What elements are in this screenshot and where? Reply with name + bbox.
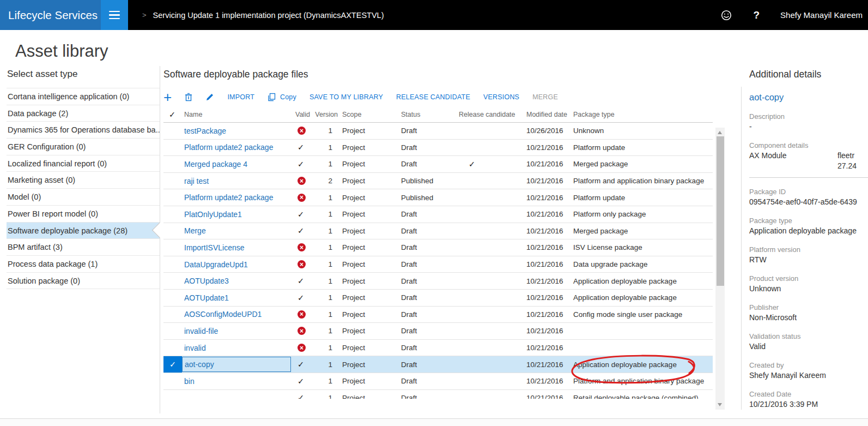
save-to-library-button[interactable]: SAVE TO MY LIBRARY (309, 93, 383, 101)
hamburger-menu-button[interactable] (101, 0, 128, 30)
invalid-icon: × (298, 310, 306, 319)
sidebar-item[interactable]: GER Configuration (0) (7, 139, 160, 155)
version-cell: 1 (315, 361, 338, 369)
trash-icon (185, 93, 192, 101)
col-valid[interactable]: Valid (291, 111, 315, 118)
sidebar-item[interactable]: Localized financial report (0) (7, 155, 160, 172)
sidebar-item[interactable]: BPM artifact (3) (7, 239, 160, 256)
breadcrumb-project[interactable]: Servicing Update 1 implementation projec… (153, 11, 384, 20)
invalid-icon: × (298, 243, 306, 251)
selected-asset-name[interactable]: aot-copy (749, 92, 868, 103)
package-name-cell: PlatOnlyUpdate1 (182, 207, 291, 221)
version-cell: 1 (315, 127, 338, 135)
detail-label: Validation status (749, 332, 868, 340)
edit-button[interactable] (205, 93, 214, 101)
row-checkbox[interactable] (163, 206, 182, 223)
status-cell: Draft (397, 344, 458, 352)
row-checkbox[interactable] (163, 273, 182, 289)
row-checkbox[interactable] (163, 307, 182, 323)
row-checkbox[interactable] (163, 140, 182, 156)
scroll-down-icon[interactable] (718, 403, 722, 406)
row-checkbox[interactable] (163, 323, 182, 339)
detail-value: RTW (749, 255, 868, 264)
package-name-link[interactable]: aot-copy (185, 360, 214, 369)
modified-date-cell: 10/21/2016 (522, 277, 571, 285)
sidebar-item[interactable]: Process data package (1) (7, 256, 160, 273)
scrollbar-thumb[interactable] (717, 136, 724, 286)
app-logo[interactable]: Lifecycle Services (0, 0, 101, 30)
row-checkbox[interactable] (163, 390, 182, 399)
row-checkbox[interactable] (163, 156, 182, 172)
sidebar-item[interactable]: Model (0) (7, 189, 160, 206)
sidebar-item[interactable]: Data package (2) (7, 105, 160, 122)
package-name-link[interactable]: ImportISVLicense (184, 243, 245, 252)
sidebar-item[interactable]: Solution package (0) (7, 273, 160, 290)
feedback-smiley-icon[interactable] (720, 9, 732, 21)
version-cell: 1 (315, 310, 338, 319)
valid-check-icon: ✓ (298, 360, 304, 369)
package-name-link[interactable]: PlatOnlyUpdate1 (184, 210, 242, 219)
copy-button[interactable]: Copy (268, 93, 296, 101)
row-checkbox[interactable] (163, 123, 182, 139)
invalid-icon: × (298, 260, 306, 268)
sidebar-item[interactable]: Power BI report model (0) (7, 206, 160, 223)
row-checkbox[interactable] (163, 256, 182, 273)
package-name-link[interactable]: DataUpgradeUpd1 (184, 260, 248, 269)
col-release-candidate[interactable]: Release candidate (458, 111, 522, 118)
scroll-up-icon[interactable] (718, 131, 722, 134)
sidebar-item[interactable]: Cortana intelligence application (0) (7, 88, 160, 105)
package-name-link[interactable]: Platform update2 package (184, 193, 273, 202)
valid-cell: ✓ (291, 360, 315, 369)
package-name-link[interactable]: Merged package 4 (184, 160, 247, 169)
col-modified-date[interactable]: Modified date (522, 111, 571, 118)
package-name-link[interactable]: Merge (184, 226, 206, 235)
row-checkbox[interactable] (163, 290, 182, 306)
package-type-cell: Platform update (571, 143, 713, 152)
vertical-scrollbar[interactable] (715, 128, 725, 410)
package-name-link[interactable]: bin (184, 377, 195, 386)
row-checkbox[interactable] (163, 373, 182, 389)
merge-button[interactable]: MERGE (532, 93, 558, 101)
package-name-link[interactable]: AOSConfigModeUPD1 (184, 310, 262, 319)
release-candidate-button[interactable]: RELEASE CANDIDATE (396, 93, 470, 101)
add-button[interactable]: + (163, 92, 172, 103)
row-checkbox[interactable]: ✓ (163, 356, 182, 373)
status-cell: Draft (397, 260, 458, 268)
version-cell: 2 (315, 177, 338, 185)
package-name-link[interactable]: AOTUpdate1 (184, 293, 229, 302)
col-name[interactable]: Name (182, 111, 291, 118)
user-menu[interactable]: Shefy Manayil Kareem (780, 10, 863, 20)
package-name-link[interactable]: invalid-file (184, 327, 218, 335)
delete-button[interactable] (185, 93, 192, 101)
package-name-link[interactable]: testPackage (184, 127, 226, 135)
valid-cell: × (291, 327, 315, 335)
section-title: Software deployable package files (163, 66, 741, 88)
modified-date-cell: 10/21/2016 (522, 377, 571, 385)
plus-icon: + (163, 92, 172, 103)
package-name-cell: Merged package 4 (182, 157, 291, 171)
row-checkbox[interactable] (163, 189, 182, 206)
col-version[interactable]: Version (315, 111, 338, 118)
col-scope[interactable]: Scope (338, 111, 397, 118)
versions-button[interactable]: VERSIONS (483, 93, 519, 101)
sidebar-item[interactable]: Marketing asset (0) (7, 172, 160, 189)
sidebar-item[interactable]: Software deployable package (28) (7, 223, 160, 239)
package-name-link[interactable]: invalid (184, 344, 206, 352)
package-name-link[interactable]: raji test (184, 177, 209, 185)
select-all-check-icon[interactable]: ✓ (163, 110, 182, 119)
import-button[interactable]: IMPORT (227, 93, 254, 101)
package-name-link[interactable]: AOTUpdate3 (184, 277, 229, 285)
status-cell: Draft (397, 243, 458, 251)
col-package-type[interactable]: Package type (571, 111, 713, 118)
row-checkbox[interactable] (163, 340, 182, 356)
help-icon[interactable]: ? (753, 9, 760, 21)
col-status[interactable]: Status (397, 111, 458, 118)
status-cell: Draft (397, 293, 458, 302)
row-checkbox[interactable] (163, 239, 182, 256)
valid-check-icon: ✓ (298, 210, 304, 219)
version-cell: 1 (315, 293, 338, 302)
package-name-link[interactable]: Platform update2 package (184, 143, 273, 152)
row-checkbox[interactable] (163, 173, 182, 189)
sidebar-item[interactable]: Dynamics 365 for Operations database ba.… (7, 122, 160, 139)
modified-date-cell: 10/21/2016 (522, 394, 571, 399)
